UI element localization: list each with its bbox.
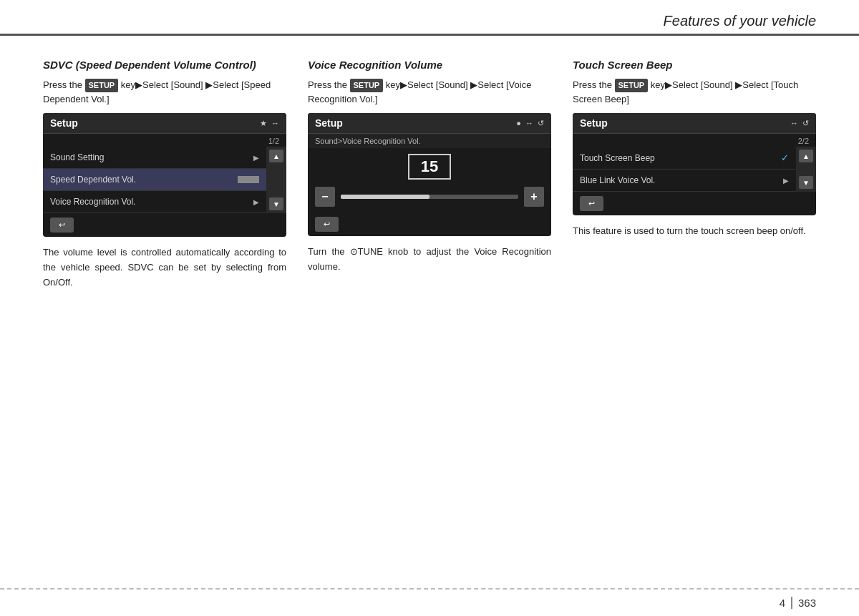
volume-slider-fill xyxy=(341,195,430,199)
section-title-sdvc: SDVC (Speed Dependent Volume Control) xyxy=(43,57,286,72)
menu-item-label: Voice Recognition Vol. xyxy=(50,197,135,207)
menu-item[interactable]: Sound Setting▶ xyxy=(43,147,266,169)
screen-icons: ●↔↺ xyxy=(516,119,544,128)
menu-list: Sound Setting▶Speed Dependent Vol.Voice … xyxy=(43,147,266,213)
repeat-icon: ↺ xyxy=(802,119,809,128)
volume-decrease-button[interactable]: − xyxy=(315,187,335,207)
bluetooth-icon: ★ xyxy=(260,119,267,128)
screen-header: Setup↔↺ xyxy=(573,113,816,134)
screen-header: Setup●↔↺ xyxy=(308,113,551,134)
screen-title: Setup xyxy=(315,117,343,129)
screen-icons: ★↔ xyxy=(260,119,279,128)
usb-icon: ↔ xyxy=(525,119,533,127)
menu-arrow-icon: ▶ xyxy=(783,177,789,185)
page-number: 4 363 xyxy=(780,597,816,609)
screen-page-info: 1/2 xyxy=(43,134,286,147)
column-sdvc: SDVC (Speed Dependent Volume Control)Pre… xyxy=(43,57,286,290)
menu-item[interactable]: Speed Dependent Vol. xyxy=(43,169,266,191)
menu-list: Touch Screen Beep✓Blue Link Voice Vol.▶ xyxy=(573,147,796,192)
instruction-touch-beep: Press the SETUP key▶Select [Sound] ▶Sele… xyxy=(573,78,816,106)
menu-item[interactable]: Blue Link Voice Vol.▶ xyxy=(573,170,796,192)
back-button-row: ↩ xyxy=(308,212,551,236)
volume-slider-bar[interactable] xyxy=(341,195,518,199)
checkmark-icon: ✓ xyxy=(781,152,789,163)
screen-title: Setup xyxy=(50,117,78,129)
screen-title: Setup xyxy=(580,117,608,129)
setup-screen-touch-beep: Setup↔↺2/2Touch Screen Beep✓Blue Link Vo… xyxy=(573,113,816,215)
column-voice-rec: Voice Recognition VolumePress the SETUP … xyxy=(308,57,551,290)
menu-list-container: Sound Setting▶Speed Dependent Vol.Voice … xyxy=(43,147,286,213)
volume-number: 15 xyxy=(408,154,451,180)
scroll-buttons: ▲▼ xyxy=(796,147,816,192)
menu-item-label: Touch Screen Beep xyxy=(580,153,655,163)
setup-key-badge: SETUP xyxy=(85,79,119,92)
scroll-up-button[interactable]: ▲ xyxy=(799,150,813,162)
volume-display: 15−+ xyxy=(308,148,551,212)
scroll-down-button[interactable]: ▼ xyxy=(269,197,283,210)
volume-increase-button[interactable]: + xyxy=(524,187,544,207)
menu-item[interactable]: Touch Screen Beep✓ xyxy=(573,147,796,170)
scroll-buttons: ▲▼ xyxy=(266,147,286,213)
scroll-down-button[interactable]: ▼ xyxy=(799,176,813,189)
menu-item-label: Blue Link Voice Vol. xyxy=(580,175,655,185)
menu-arrow-icon: ▶ xyxy=(253,198,259,206)
column-touch-beep: Touch Screen BeepPress the SETUP key▶Sel… xyxy=(573,57,816,290)
volume-slider-row: −+ xyxy=(315,187,544,207)
menu-item-label: Speed Dependent Vol. xyxy=(50,175,136,185)
description-sdvc: The volume level is controlled automatic… xyxy=(43,245,286,290)
back-button[interactable]: ↩ xyxy=(580,196,603,211)
setup-key-badge: SETUP xyxy=(615,79,649,92)
screen-subtitle: Sound>Voice Recognition Vol. xyxy=(308,134,551,148)
screen-body: 15−+↩ xyxy=(308,148,551,236)
description-touch-beep: This feature is used to turn the touch s… xyxy=(573,224,816,239)
screen-icons: ↔↺ xyxy=(790,119,809,128)
page-title: Features of your vehicle xyxy=(664,13,816,29)
back-button-row: ↩ xyxy=(573,192,816,215)
section-title-touch-beep: Touch Screen Beep xyxy=(573,57,816,72)
menu-arrow-icon: ▶ xyxy=(253,154,259,162)
main-content: SDVC (Speed Dependent Volume Control)Pre… xyxy=(0,36,859,305)
screen-body: 2/2Touch Screen Beep✓Blue Link Voice Vol… xyxy=(573,134,816,215)
back-button[interactable]: ↩ xyxy=(315,217,339,232)
menu-item-label: Sound Setting xyxy=(50,152,104,162)
back-button[interactable]: ↩ xyxy=(50,217,74,233)
level-bar-indicator xyxy=(238,176,259,183)
instruction-voice-rec: Press the SETUP key▶Select [Sound] ▶Sele… xyxy=(308,78,551,106)
chapter-number: 4 xyxy=(780,597,792,609)
menu-item[interactable]: Voice Recognition Vol.▶ xyxy=(43,191,266,213)
setup-screen-voice-rec: Setup●↔↺Sound>Voice Recognition Vol.15−+… xyxy=(308,113,551,236)
back-button-row: ↩ xyxy=(43,213,286,237)
setup-screen-sdvc: Setup★↔1/2Sound Setting▶Speed Dependent … xyxy=(43,113,286,237)
usb-icon: ↔ xyxy=(790,119,798,127)
page-num: 363 xyxy=(798,597,816,609)
menu-list-container: Touch Screen Beep✓Blue Link Voice Vol.▶▲… xyxy=(573,147,816,192)
page-header: Features of your vehicle xyxy=(0,0,859,36)
screen-page-info: 2/2 xyxy=(573,134,816,147)
section-title-voice-rec: Voice Recognition Volume xyxy=(308,57,551,72)
setup-key-badge: SETUP xyxy=(350,79,384,92)
screen-header: Setup★↔ xyxy=(43,113,286,134)
description-voice-rec: Turn the ⊙TUNE knob to adjust the Voice … xyxy=(308,245,551,275)
usb-icon: ↔ xyxy=(271,119,279,127)
scroll-up-button[interactable]: ▲ xyxy=(269,150,283,162)
dot-icon: ● xyxy=(516,119,521,127)
repeat-icon: ↺ xyxy=(538,119,544,128)
screen-body: 1/2Sound Setting▶Speed Dependent Vol.Voi… xyxy=(43,134,286,237)
instruction-sdvc: Press the SETUP key▶Select [Sound] ▶Sele… xyxy=(43,78,286,106)
page-footer: 4 363 xyxy=(0,588,859,616)
